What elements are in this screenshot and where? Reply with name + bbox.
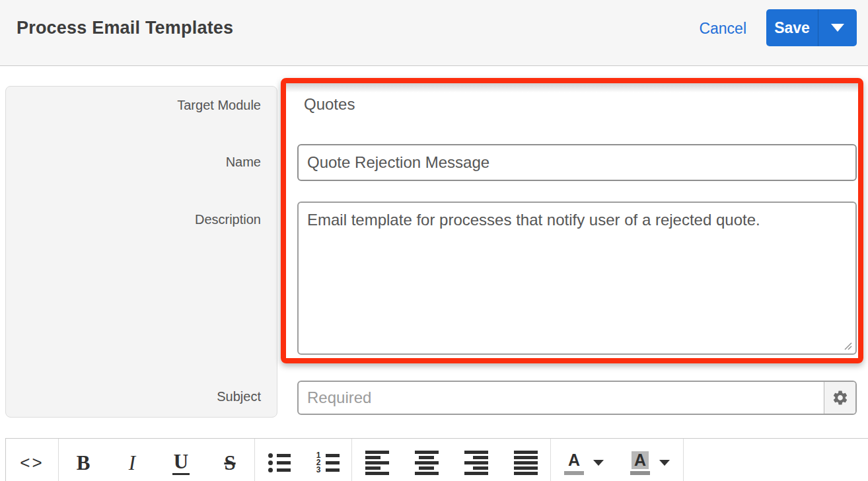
inner-shadow (286, 83, 858, 92)
toolbar-divider (683, 439, 684, 481)
description-label: Description (195, 212, 261, 227)
code-view-button[interactable]: <> (6, 439, 58, 481)
align-left-button[interactable] (352, 439, 402, 481)
chevron-down-icon (659, 460, 670, 466)
editor-toolbar: <> B I U S 1 2 3 (5, 438, 868, 481)
description-textarea[interactable]: Email template for processes that notify… (297, 202, 857, 355)
subject-field-group (297, 381, 857, 415)
subject-label: Subject (217, 389, 261, 404)
background-color-icon: A (630, 451, 650, 475)
save-button[interactable]: Save (766, 9, 818, 46)
justify-icon (514, 451, 538, 475)
bold-icon: B (77, 453, 90, 473)
resize-handle-icon[interactable] (844, 342, 852, 350)
strikethrough-icon: S (223, 453, 236, 473)
name-label: Name (226, 155, 261, 170)
target-module-label: Target Module (177, 98, 261, 113)
ordered-list-button[interactable]: 1 2 3 (303, 439, 351, 481)
strikethrough-button[interactable]: S (205, 439, 254, 481)
align-center-button[interactable] (402, 439, 451, 481)
gear-icon (832, 389, 849, 406)
ordered-list-icon: 1 2 3 (316, 453, 340, 472)
align-right-button[interactable] (451, 439, 501, 481)
unordered-list-icon (268, 453, 291, 472)
justify-button[interactable] (501, 439, 550, 481)
bold-button[interactable]: B (59, 439, 108, 481)
subject-settings-button[interactable] (824, 382, 855, 414)
italic-icon: I (129, 453, 135, 473)
description-field-wrap: Email template for processes that notify… (297, 202, 857, 355)
page-title: Process Email Templates (17, 18, 233, 38)
unordered-list-button[interactable] (255, 439, 303, 481)
field-labels-panel: Target Module Name Description Subject (5, 86, 277, 418)
background-color-button[interactable]: A (617, 439, 683, 481)
name-input[interactable] (297, 144, 857, 181)
font-color-icon: A (564, 451, 584, 475)
align-right-icon (464, 451, 488, 475)
save-split-button: Save (766, 9, 857, 46)
italic-button[interactable]: I (108, 439, 157, 481)
subject-input[interactable] (299, 382, 824, 414)
highlight-annotation-box: Quotes Email template for processes that… (281, 78, 863, 363)
chevron-down-icon (593, 460, 604, 466)
header-bar: Process Email Templates Cancel Save (0, 0, 868, 66)
font-color-button[interactable]: A (551, 439, 617, 481)
code-icon: <> (20, 453, 44, 473)
cancel-button[interactable]: Cancel (699, 20, 746, 38)
save-dropdown-button[interactable] (818, 9, 857, 46)
align-left-icon (365, 451, 389, 475)
underline-button[interactable]: U (157, 439, 205, 481)
align-center-icon (415, 451, 439, 475)
underline-icon: U (172, 451, 190, 475)
target-module-value: Quotes (304, 95, 355, 114)
chevron-down-icon (831, 24, 844, 32)
